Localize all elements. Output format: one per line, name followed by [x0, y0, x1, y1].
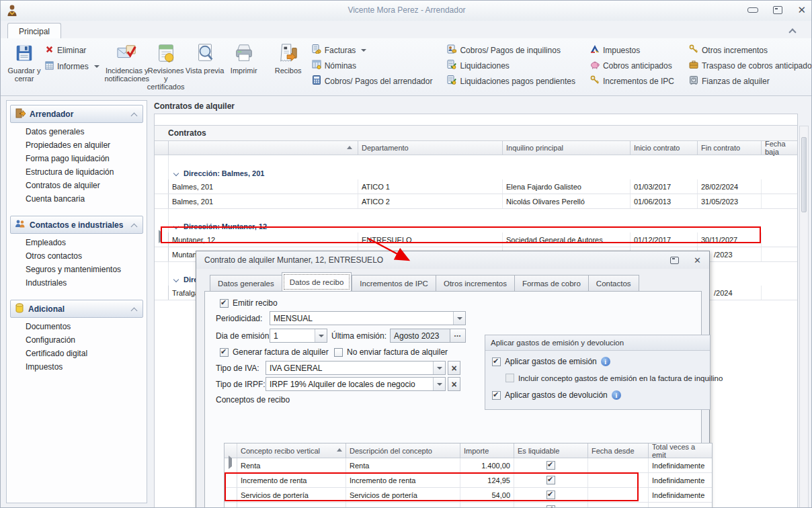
column-header-importe[interactable]: Importe: [460, 443, 514, 458]
es-liquidable-checkbox[interactable]: [546, 491, 555, 499]
cobros-pagos-inquilinos-button[interactable]: Cobros/ Pagos de inquilinos: [447, 44, 575, 56]
concepto-row[interactable]: Incremento de renta Incremento de renta …: [225, 473, 712, 488]
sidebar-item-impuestos[interactable]: Impuestos: [7, 361, 147, 374]
informes-button[interactable]: Informes: [45, 61, 99, 72]
sidebar-item-datos-generales[interactable]: Datos generales: [7, 126, 147, 139]
column-header-descripcion[interactable]: Descripción del concepto: [346, 443, 460, 458]
concepto-row[interactable]: Impuesto de Bienes Inmuebles Impuesto de…: [225, 503, 712, 508]
minimize-icon[interactable]: [747, 7, 758, 13]
periodicidad-select[interactable]: MENSUAL: [270, 311, 466, 325]
traspaso-button[interactable]: Traspaso de cobros anticipados: [689, 60, 812, 71]
close-icon[interactable]: [797, 6, 806, 14]
otros-incrementos-button[interactable]: Otros incrementos: [689, 44, 812, 56]
column-header-concepto[interactable]: Concepto recibo vertical: [237, 443, 346, 458]
clear-iva-button[interactable]: [448, 361, 460, 375]
cobros-anticipados-button[interactable]: Cobros anticipados: [590, 60, 674, 71]
aplicar-gastos-emision-checkbox[interactable]: Aplicar gastos de emisión i: [492, 357, 610, 366]
dropdown-icon[interactable]: [433, 378, 445, 390]
group-row-muntaner[interactable]: Dirección: Muntaner, 12: [155, 220, 797, 232]
sidebar-item-industriales[interactable]: Industriales: [7, 277, 147, 290]
concepto-row[interactable]: Servicios de portería Servicios de porte…: [225, 488, 712, 503]
es-liquidable-checkbox[interactable]: [546, 505, 555, 508]
tab-datos-generales[interactable]: Datos generales: [210, 275, 282, 292]
tipo-irpf-select[interactable]: IRPF 19% Alquiler de locales de negocio: [266, 377, 446, 391]
generar-factura-checkbox[interactable]: Generar factura de alquiler: [220, 347, 329, 357]
column-header-departamento[interactable]: Departamento: [358, 141, 503, 155]
sidebar-item-certificado[interactable]: Certificado digital: [7, 347, 147, 361]
tab-otros-incrementos[interactable]: Otros incrementos: [436, 275, 514, 292]
table-row[interactable]: Balmes, 201 ATICO 1 Elena Fajardo Galist…: [155, 179, 797, 194]
incidencias-button[interactable]: Incidencias y notificaciones: [108, 41, 147, 93]
dropdown-icon[interactable]: [315, 329, 327, 342]
es-liquidable-checkbox[interactable]: [546, 461, 555, 470]
clear-irpf-button[interactable]: [448, 377, 460, 391]
maximize-icon[interactable]: [773, 6, 782, 14]
vista-previa-button[interactable]: Vista previa: [186, 41, 225, 93]
sidebar-item-configuracion[interactable]: Configuración: [7, 334, 147, 347]
column-header-direccion[interactable]: [169, 141, 358, 155]
sidebar-item-propiedades[interactable]: Propiedades en alquiler: [7, 139, 147, 153]
sidebar-item-seguros[interactable]: Seguros y mantenimientos: [7, 263, 147, 277]
nominas-button[interactable]: Nóminas: [312, 60, 433, 71]
tab-datos-de-recibo[interactable]: Datos de recibo: [282, 272, 352, 292]
sidebar-item-contratos[interactable]: Contratos de alquiler: [7, 179, 147, 193]
imprimir-button[interactable]: Imprimir: [225, 41, 263, 93]
ellipsis-button[interactable]: [450, 329, 466, 343]
sidebar-item-empleados[interactable]: Empleados: [7, 237, 147, 250]
recibos-button[interactable]: Recibos: [269, 41, 308, 93]
sidebar-item-forma-pago[interactable]: Forma pago liquidación: [7, 153, 147, 166]
incluir-concepto-checkbox[interactable]: Incluir concepto gastos de emisión en la…: [505, 374, 723, 382]
table-row[interactable]: Balmes, 201 ATICO 2 Nicolás Olivares Per…: [155, 194, 797, 209]
tab-contactos[interactable]: Contactos: [588, 275, 639, 292]
collapse-section-icon[interactable]: [132, 306, 137, 312]
sidebar-item-cuenta[interactable]: Cuenta bancaria: [7, 193, 147, 206]
column-header-fin[interactable]: Fin contrato: [698, 141, 762, 155]
incrementos-ipc-button[interactable]: Incrementos de IPC: [590, 75, 674, 87]
dia-emision-select[interactable]: 1: [270, 329, 327, 343]
guardar-y-cerrar-button[interactable]: Guardar y cerrar: [5, 41, 44, 93]
cobros-pagos-arrendador-button[interactable]: Cobros/ Pagos del arrendador: [312, 75, 433, 87]
concepto-row[interactable]: Renta Renta 1.400,00 Indefinidamente: [225, 458, 712, 473]
es-liquidable-checkbox[interactable]: [546, 476, 555, 484]
tab-principal[interactable]: Principal: [7, 23, 61, 39]
info-icon[interactable]: i: [612, 390, 621, 400]
close-icon[interactable]: [694, 255, 701, 265]
facturas-button[interactable]: Facturas: [312, 44, 433, 56]
aplicar-gastos-devolucion-checkbox[interactable]: Aplicar gastos de devolución i: [492, 390, 621, 400]
tab-formas-de-cobro[interactable]: Formas de cobro: [514, 275, 588, 292]
sidebar-section-arrendador[interactable]: Arrendador: [10, 105, 143, 123]
fianzas-button[interactable]: Fianzas de alquiler: [689, 75, 812, 87]
column-header-baja[interactable]: Fecha baja: [762, 141, 797, 155]
maximize-icon[interactable]: [670, 257, 679, 264]
dropdown-icon[interactable]: [433, 362, 445, 374]
vertical-scrollbar[interactable]: [799, 126, 809, 508]
tipo-iva-select[interactable]: IVA GENERAL: [266, 361, 446, 375]
column-header-inicio[interactable]: Inicio contrato: [631, 141, 698, 155]
info-icon[interactable]: i: [601, 357, 610, 366]
column-header-liquidable[interactable]: Es liquidable: [514, 443, 588, 458]
ultima-emision-field[interactable]: Agosto 2023: [390, 329, 450, 343]
no-enviar-factura-checkbox[interactable]: No enviar factura de alquiler: [334, 347, 448, 357]
emitir-recibo-checkbox[interactable]: Emitir recibo: [220, 298, 278, 308]
impuestos-button[interactable]: Impuestos: [590, 44, 674, 56]
column-header-total-veces[interactable]: Total veces a emit: [649, 443, 712, 458]
collapse-section-icon[interactable]: [132, 222, 137, 228]
revisiones-button[interactable]: Revisiones y certificados: [147, 41, 186, 93]
scrollbar-thumb[interactable]: [801, 137, 807, 212]
sidebar-item-otros-contactos[interactable]: Otros contactos: [7, 250, 147, 263]
liquidaciones-button[interactable]: Liquidaciones: [447, 60, 575, 71]
tab-incrementos-ipc[interactable]: Incrementos de IPC: [352, 275, 436, 292]
eliminar-button[interactable]: Eliminar: [45, 45, 99, 56]
collapse-ribbon-icon[interactable]: [790, 28, 795, 33]
liquidaciones-pendientes-button[interactable]: Liquidaciones pagos pendientes: [447, 75, 575, 87]
dropdown-icon[interactable]: [453, 312, 465, 325]
sidebar-section-adicional[interactable]: Adicional: [10, 300, 143, 318]
table-row-selected[interactable]: Muntaner, 12 ENTRESUELO Sociedad General…: [155, 232, 797, 247]
group-row-balmes[interactable]: Dirección: Balmes, 201: [155, 167, 797, 179]
sidebar-item-documentos[interactable]: Documentos: [7, 321, 147, 334]
collapse-section-icon[interactable]: [132, 112, 137, 117]
sidebar-item-estructura[interactable]: Estructura de liquidación: [7, 166, 147, 179]
sidebar-section-contactos[interactable]: Contactos e industriales: [10, 216, 143, 234]
column-header-inquilino[interactable]: Inquilino principal: [503, 141, 631, 155]
column-header-fecha-desde[interactable]: Fecha desde: [588, 443, 649, 458]
